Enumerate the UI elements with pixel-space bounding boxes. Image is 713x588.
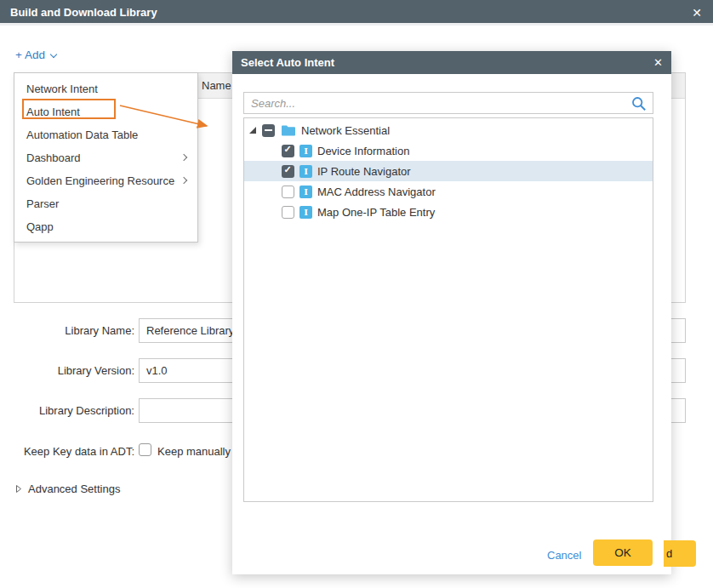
tree-node-label: Map One-IP Table Entry <box>317 206 435 219</box>
keep-key-label: Keep Key data in ADT: <box>0 445 134 458</box>
intent-icon: I <box>299 165 312 178</box>
add-button[interactable]: + Add <box>15 49 56 61</box>
ok-button[interactable]: OK <box>593 539 653 566</box>
auto-intent-highlight-box <box>22 99 116 119</box>
build-and-download-library-dialog: Build and Download Library ✕ + Add Name … <box>0 0 713 588</box>
search-box <box>243 92 653 114</box>
keep-manually-checkbox[interactable] <box>139 443 151 456</box>
search-icon[interactable] <box>631 96 647 114</box>
tree-node-mac-address-navigator[interactable]: I MAC Address Navigator <box>244 181 653 202</box>
menu-item-network-intent[interactable]: Network Intent <box>14 77 197 100</box>
library-description-label: Library Description: <box>0 404 134 417</box>
menu-item-golden-engineering-resource[interactable]: Golden Engineering Resource <box>14 169 197 192</box>
chevron-right-icon <box>180 154 187 161</box>
annotation-arrow <box>117 98 217 136</box>
folder-icon <box>281 124 296 136</box>
modal-titlebar: Select Auto Intent ✕ <box>232 51 671 74</box>
checkbox-checked[interactable] <box>282 145 294 157</box>
tree-node-network-essential[interactable]: Network Essential <box>244 120 653 140</box>
checkbox-checked[interactable] <box>282 165 294 178</box>
close-icon[interactable]: ✕ <box>692 0 702 26</box>
triangle-right-icon <box>15 484 22 494</box>
menu-item-parser[interactable]: Parser <box>14 192 197 215</box>
intent-icon: I <box>299 206 312 219</box>
checkbox-indeterminate[interactable] <box>262 124 275 137</box>
keep-manually-label: Keep manually <box>157 445 231 458</box>
intent-icon: I <box>299 186 312 198</box>
tree-node-label: IP Route Navigator <box>317 165 411 178</box>
menu-item-qapp[interactable]: Qapp <box>14 215 197 238</box>
select-auto-intent-dialog: Select Auto Intent ✕ Network Essential <box>232 51 671 574</box>
chevron-down-icon <box>50 51 57 58</box>
tree-node-label: Network Essential <box>301 124 390 137</box>
advanced-settings-toggle[interactable]: Advanced Settings <box>15 482 120 495</box>
search-input[interactable] <box>244 93 653 113</box>
add-button-label: + Add <box>15 49 45 61</box>
intent-icon: I <box>299 145 312 157</box>
page-title: Build and Download Library <box>10 0 157 26</box>
tree-node-device-information[interactable]: I Device Information <box>244 140 653 161</box>
modal-title: Select Auto Intent <box>241 51 334 74</box>
tree-node-map-one-ip-table-entry[interactable]: I Map One-IP Table Entry <box>244 202 653 222</box>
titlebar: Build and Download Library ✕ <box>0 0 713 26</box>
advanced-settings-label: Advanced Settings <box>28 482 120 495</box>
checkbox-unchecked[interactable] <box>282 206 294 219</box>
tree-node-label: Device Information <box>317 145 409 157</box>
checkbox-unchecked[interactable] <box>282 186 294 198</box>
chevron-right-icon <box>180 177 187 184</box>
download-button-partial[interactable]: d <box>664 540 696 567</box>
library-version-label: Library Version: <box>0 364 134 377</box>
library-name-label: Library Name: <box>0 324 134 337</box>
tree-node-ip-route-navigator[interactable]: I IP Route Navigator <box>244 161 653 181</box>
cancel-button[interactable]: Cancel <box>547 549 581 562</box>
menu-item-dashboard[interactable]: Dashboard <box>14 146 197 169</box>
expander-collapse-icon[interactable] <box>249 127 256 134</box>
tree-node-label: MAC Address Navigator <box>317 186 436 198</box>
intent-tree: Network Essential I Device Information I… <box>243 117 653 502</box>
table-header-name: Name <box>202 73 231 98</box>
modal-close-icon[interactable]: ✕ <box>653 51 663 74</box>
